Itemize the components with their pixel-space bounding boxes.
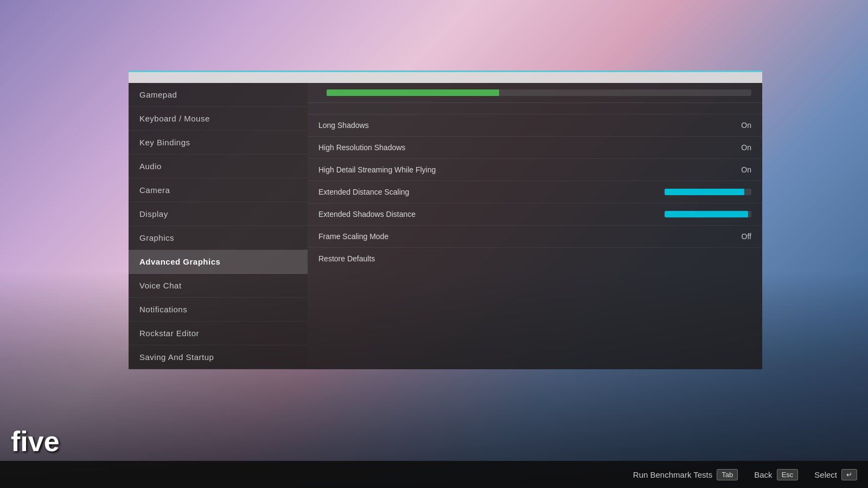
bottom-action-run-benchmark[interactable]: Run Benchmark TestsTab (633, 469, 738, 480)
bottom-action-label-run-benchmark: Run Benchmark Tests (633, 470, 712, 479)
sidebar-item-rockstar-editor[interactable]: Rockstar Editor (129, 322, 308, 345)
sidebar-item-camera[interactable]: Camera (129, 178, 308, 202)
setting-value-high-detail-streaming: On (730, 165, 751, 174)
settings-panel: GamepadKeyboard / MouseKey BindingsAudio… (129, 70, 762, 369)
key-badge-run-benchmark: Tab (717, 469, 738, 480)
setting-row-high-resolution-shadows[interactable]: High Resolution ShadowsOn (308, 137, 762, 159)
sidebar-item-key-bindings[interactable]: Key Bindings (129, 131, 308, 155)
key-badge-select: ↵ (841, 469, 857, 480)
sidebar: GamepadKeyboard / MouseKey BindingsAudio… (129, 83, 308, 369)
sidebar-item-graphics[interactable]: Graphics (129, 226, 308, 250)
setting-label-high-resolution-shadows: High Resolution Shadows (318, 143, 730, 152)
gta-logo: five (11, 427, 62, 455)
settings-rows: Long ShadowsOnHigh Resolution ShadowsOnH… (308, 114, 762, 269)
content-panel: Long ShadowsOnHigh Resolution ShadowsOnH… (308, 83, 762, 369)
slider-fill-extended-distance-scaling (665, 189, 744, 195)
sidebar-item-audio[interactable]: Audio (129, 155, 308, 178)
setting-value-high-resolution-shadows: On (730, 143, 751, 152)
slider-fill-extended-shadows-distance (665, 211, 748, 217)
setting-label-frame-scaling-mode: Frame Scaling Mode (318, 232, 730, 241)
setting-label-extended-shadows-distance: Extended Shadows Distance (318, 210, 659, 219)
setting-row-long-shadows[interactable]: Long ShadowsOn (308, 114, 762, 137)
memory-fill (327, 89, 499, 96)
bottom-action-label-select: Select (814, 470, 837, 479)
slider-bar-extended-shadows-distance[interactable] (665, 211, 751, 217)
key-badge-back: Esc (777, 469, 799, 480)
setting-value-long-shadows: On (730, 121, 751, 130)
bottom-action-back[interactable]: BackEsc (754, 469, 798, 480)
setting-value-frame-scaling-mode: Off (730, 232, 751, 241)
setting-row-extended-shadows-distance[interactable]: Extended Shadows Distance (308, 203, 762, 226)
setting-row-extended-distance-scaling[interactable]: Extended Distance Scaling (308, 181, 762, 203)
slider-bar-extended-distance-scaling[interactable] (665, 189, 751, 195)
sidebar-item-saving-and-startup[interactable]: Saving And Startup (129, 345, 308, 369)
sidebar-item-voice-chat[interactable]: Voice Chat (129, 274, 308, 298)
sidebar-item-notifications[interactable]: Notifications (129, 298, 308, 322)
setting-label-high-detail-streaming: High Detail Streaming While Flying (318, 165, 730, 174)
sidebar-item-gamepad[interactable]: Gamepad (129, 83, 308, 107)
setting-row-high-detail-streaming[interactable]: High Detail Streaming While FlyingOn (308, 159, 762, 181)
memory-progress-bar (327, 89, 751, 96)
warning-text (308, 103, 762, 114)
setting-label-long-shadows: Long Shadows (318, 121, 730, 130)
restore-defaults-button[interactable]: Restore Defaults (308, 248, 762, 269)
bottom-action-select[interactable]: Select↵ (814, 469, 857, 480)
setting-row-frame-scaling-mode[interactable]: Frame Scaling ModeOff (308, 226, 762, 248)
sidebar-item-display[interactable]: Display (129, 202, 308, 226)
settings-body: GamepadKeyboard / MouseKey BindingsAudio… (129, 83, 762, 369)
sidebar-item-keyboard-mouse[interactable]: Keyboard / Mouse (129, 107, 308, 131)
sidebar-item-advanced-graphics[interactable]: Advanced Graphics (129, 250, 308, 274)
logo-five-text: five (11, 427, 60, 455)
setting-label-extended-distance-scaling: Extended Distance Scaling (318, 188, 659, 196)
bottom-action-label-back: Back (754, 470, 772, 479)
video-memory-row (308, 83, 762, 103)
settings-title (129, 70, 762, 83)
bottom-bar: Run Benchmark TestsTabBackEscSelect↵ (0, 461, 868, 488)
